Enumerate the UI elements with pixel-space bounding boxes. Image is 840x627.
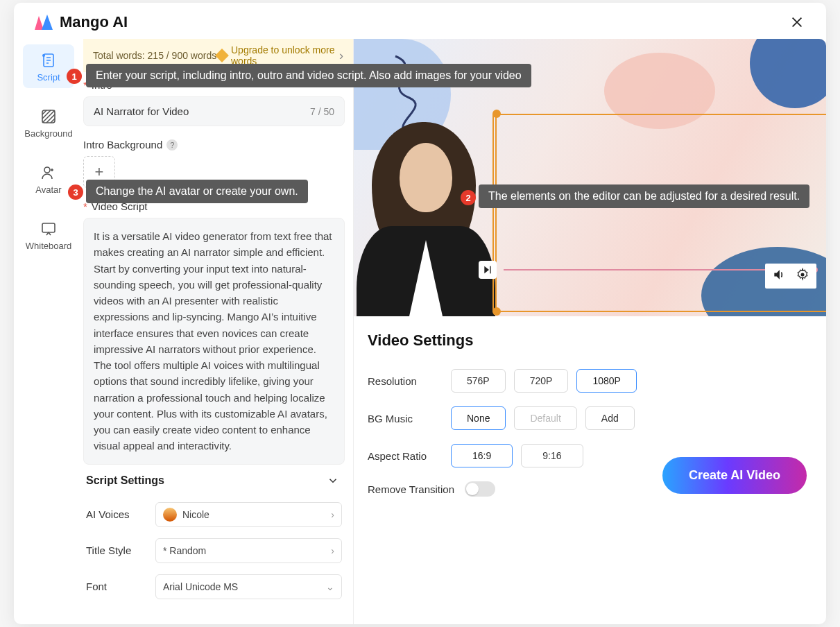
chevron-right-icon: ›	[331, 545, 334, 556]
create-ai-video-button[interactable]: Create AI Video	[662, 457, 807, 494]
script-settings-toggle[interactable]: Script Settings	[83, 465, 345, 497]
sidebar-item-background[interactable]: Background	[23, 101, 74, 144]
logo-mark-icon	[33, 13, 54, 31]
avatar-placeholder[interactable]	[354, 115, 495, 316]
title-style-row: Title Style * Random ›	[83, 533, 345, 569]
editor-modal: Mango AI Script Background Avatar Whiteb…	[14, 3, 826, 624]
ai-voices-select[interactable]: Nicole ›	[155, 502, 342, 527]
resize-handle[interactable]	[492, 307, 501, 316]
sidebar-label: Avatar	[35, 184, 61, 195]
script-scroll[interactable]: * Intro AI Narrator for Video 7 / 50 Int…	[83, 72, 353, 624]
aspect-9-16[interactable]: 9:16	[521, 444, 583, 467]
font-select[interactable]: Arial Unicode MS ⌄	[155, 574, 342, 599]
app-name: Mango AI	[60, 13, 128, 31]
chevron-right-icon: ›	[331, 509, 334, 520]
intro-input[interactable]: AI Narrator for Video 7 / 50	[83, 96, 345, 126]
help-icon[interactable]: ?	[166, 139, 178, 151]
script-icon	[40, 51, 58, 69]
canvas-tools	[765, 264, 816, 289]
tip-1: Enter your script, including intro, outr…	[86, 64, 531, 87]
close-button[interactable]	[787, 12, 807, 32]
skip-forward-icon	[482, 264, 493, 275]
tip-3: Change the AI avatar or create your own.	[86, 180, 308, 203]
app-logo: Mango AI	[33, 13, 128, 31]
tip-2: The elements on the editor can be adjust…	[479, 184, 809, 208]
diamond-icon	[215, 49, 229, 62]
selection-box[interactable]	[492, 114, 497, 312]
whiteboard-icon	[40, 220, 58, 238]
resize-handle[interactable]	[492, 110, 501, 118]
preview-column: Video Settings Resolution 576P 720P 1080…	[354, 39, 826, 624]
video-settings-title: Video Settings	[368, 332, 809, 350]
volume-icon	[772, 268, 786, 282]
voice-avatar-icon	[163, 508, 177, 522]
tip-marker-2: 2	[461, 190, 476, 205]
modal-body: Script Background Avatar Whiteboard Tota…	[14, 39, 826, 624]
skip-forward-button[interactable]	[479, 261, 497, 279]
sidebar-item-script[interactable]: Script	[23, 44, 74, 88]
sidebar-label: Whiteboard	[26, 241, 71, 251]
video-settings-panel: Video Settings Resolution 576P 720P 1080…	[354, 316, 826, 510]
svg-rect-4	[42, 223, 55, 232]
total-words-text: Total words: 215 / 900 words	[93, 50, 217, 61]
title-style-select[interactable]: * Random ›	[155, 538, 342, 563]
background-icon	[40, 108, 58, 126]
bg-music-default: Default	[514, 406, 576, 430]
intro-bg-label: Intro Background ?	[83, 139, 345, 151]
sidebar: Script Background Avatar Whiteboard	[14, 39, 83, 624]
resolution-row: Resolution 576P 720P 1080P	[368, 362, 809, 400]
video-script-textarea[interactable]: It is a versatile AI video generator fro…	[83, 218, 345, 465]
chevron-down-icon: ⌄	[326, 581, 334, 592]
chevron-right-icon: ›	[339, 49, 343, 63]
svg-point-6	[801, 273, 805, 277]
tip-marker-3: 3	[68, 184, 83, 200]
sidebar-item-whiteboard[interactable]: Whiteboard	[23, 213, 74, 257]
bg-music-row: BG Music None Default Add	[368, 400, 809, 437]
chevron-down-icon	[327, 474, 339, 487]
font-row: Font Arial Unicode MS ⌄	[83, 569, 345, 605]
resolution-576p[interactable]: 576P	[451, 369, 506, 393]
sidebar-label: Script	[37, 72, 60, 83]
avatar-icon	[40, 164, 58, 182]
bg-music-none[interactable]: None	[451, 406, 506, 430]
settings-button[interactable]	[796, 268, 809, 284]
tip-marker-1: 1	[67, 69, 82, 84]
resolution-720p[interactable]: 720P	[514, 369, 569, 393]
volume-button[interactable]	[772, 268, 786, 284]
sidebar-label: Background	[24, 128, 72, 139]
aspect-16-9[interactable]: 16:9	[451, 444, 513, 467]
resolution-1080p[interactable]: 1080P	[576, 369, 636, 393]
svg-point-3	[44, 167, 50, 173]
bg-music-add[interactable]: Add	[585, 406, 635, 430]
intro-char-count: 7 / 50	[310, 106, 334, 117]
ai-voices-row: AI Voices Nicole ›	[83, 497, 345, 533]
svg-rect-5	[490, 266, 490, 274]
remove-transition-toggle[interactable]	[465, 481, 495, 497]
gear-icon	[796, 268, 809, 282]
close-icon	[789, 15, 805, 30]
modal-header: Mango AI	[14, 3, 826, 39]
svg-point-1	[42, 54, 45, 57]
sidebar-item-avatar[interactable]: Avatar	[23, 157, 74, 200]
script-panel: Total words: 215 / 900 words Upgrade to …	[83, 39, 354, 624]
